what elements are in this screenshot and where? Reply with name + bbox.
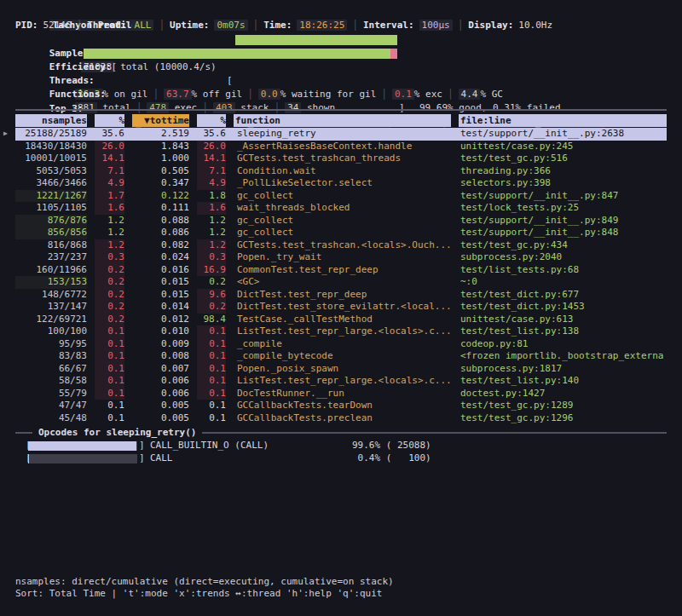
cell-nsamples: 148/6772 [15,289,87,302]
cell-tottime: 2.519 [132,128,189,141]
table-row[interactable]: 876/8761.20.0881.2gc_collecttest/support… [15,215,667,227]
table-row[interactable]: 1105/11051.60.1111.6wait_threads_blocked… [15,202,667,215]
table-header: nsamples % ▼tottime % function file:line [15,114,667,127]
table-row[interactable]: 18430/1843026.01.84326.0_AssertRaisesBas… [15,141,667,153]
table-row[interactable]: 237/2370.30.0240.3Popen._try_waitsubproc… [15,251,667,264]
opcode-row: []CALL 0.4% ( 100) [15,452,667,465]
column-header-nsamples[interactable]: nsamples [15,114,87,127]
cell-nsamples: 55/79 [15,388,87,400]
cell-gap [124,350,132,363]
cell-gap [226,301,234,314]
cell-gap [87,400,95,412]
table-row[interactable]: 816/8681.20.0821.2GCTests.test_trashcan.… [15,239,667,252]
cell-nsamples: 100/100 [15,325,87,338]
cell-pct-cumulative: 4.9 [197,177,226,190]
cell-gap [189,363,197,376]
cell-pct-direct: 0.1 [95,412,124,425]
functions-segment-suffix: stack [235,102,269,113]
efficiency-summary: 99.69% good, 0.31% failed [419,101,561,115]
table-row[interactable]: 122/697210.20.01298.4TestCase._callTestM… [15,314,667,326]
cell-function-name: ListTest.test_repr_large.<locals>.c... [234,375,451,388]
cell-gap [189,338,197,351]
cell-pct-direct: 14.1 [95,153,124,165]
table-row[interactable]: 95/950.10.0090.1_compilecodeop.py:81 [15,338,667,351]
status-value-uptime: 0m07s [214,20,247,31]
cell-gap [451,338,459,351]
cell-gap [124,301,132,314]
cell-gap [226,202,234,215]
cell-gap [189,190,197,203]
cell-file-line: unittest/case.py:245 [459,141,667,153]
table-row[interactable]: 3466/34664.90.3474.9_PollLikeSelector.se… [15,177,667,190]
cell-pct-cumulative: 1.8 [197,190,226,203]
cell-gap [124,400,132,412]
cell-gap [87,412,95,425]
cell-function-name: _AssertRaisesBaseContext.handle [234,141,451,153]
cell-nsamples: 45/48 [15,412,87,425]
cell-nsamples: 95/95 [15,338,87,351]
cell-gap [451,177,459,190]
column-header-file-line[interactable]: file:line [459,114,667,127]
cell-pct-cumulative: 1.2 [197,239,226,252]
cell-tottime: 0.007 [132,363,189,376]
cell-function-name: GCTests.test_trashcan_threads [234,153,451,165]
separator: │ [72,20,88,31]
table-row[interactable]: 153/1530.20.0150.2<GC>~:0 [15,276,667,289]
cell-function-name: _compile_bytecode [234,350,451,363]
table-row[interactable]: 58/580.10.0060.1ListTest.test_repr_large… [15,375,667,388]
table-row[interactable]: 5053/50537.10.5057.1Condition.waitthread… [15,165,667,178]
table-row[interactable]: 47/470.10.0050.1GCCallbackTests.tearDown… [15,400,667,412]
opcode-bar-fill [28,441,136,451]
table-row[interactable]: 137/1470.20.0140.2DictTest.test_store_ev… [15,301,667,314]
cell-pct-direct: 0.1 [95,338,124,351]
cell-pct-direct: 35.6 [95,128,124,141]
table-row[interactable]: 45/480.10.0050.1GCCallbackTests.preclean… [15,412,667,425]
opcode-pct-count: 0.4% ( 100) [352,452,431,465]
cell-gap [226,338,234,351]
cell-function-name: gc_collect [234,215,451,227]
table-row[interactable]: 856/8561.20.0861.2gc_collecttest/support… [15,227,667,239]
cell-nsamples: 18430/18430 [15,141,87,153]
cell-pct-direct: 0.1 [95,325,124,338]
separator: │ [248,20,264,31]
cell-gap [226,177,234,190]
threads-line: Threads: 36.3% on gil│63.7% off gil│0.0%… [15,60,667,74]
cell-nsamples: 153/153 [15,276,87,289]
table-row[interactable]: 10001/1001514.11.00014.1GCTests.test_tra… [15,153,667,165]
cell-gap [87,325,95,338]
header-area: Tachyon Profiler PID:52146│Thread:ALL│Up… [15,5,667,102]
column-header-pct-direct[interactable]: % [95,114,124,127]
cell-file-line: selectors.py:398 [459,177,667,190]
cell-function-name: ListTest.test_repr_large.<locals>.c... [234,325,451,338]
table-row[interactable]: 83/830.10.0080.1_compile_bytecode<frozen… [15,350,667,363]
table-row[interactable]: 1221/12671.70.1221.8gc_collecttest/suppo… [15,190,667,203]
table-row[interactable]: 55/790.10.0060.1DocTestRunner.__rundocte… [15,388,667,400]
cell-gap [226,325,234,338]
cell-gap [451,301,459,314]
cell-gap [124,202,132,215]
table-row[interactable]: 100/1000.10.0100.1ListTest.test_repr_lar… [15,325,667,338]
status-bar: PID:52146│Thread:ALL│Uptime:0m07s│Time:1… [15,19,667,32]
cell-pct-cumulative: 0.1 [197,338,226,351]
cell-file-line: subprocess.py:2040 [459,251,667,264]
status-value-interval: 100µs [419,20,453,31]
cell-gap [451,190,459,203]
column-header-tottime-sorted[interactable]: ▼tottime [132,114,189,127]
column-header-pct-cumulative[interactable]: % [197,114,226,127]
cell-pct-cumulative: 1.2 [197,215,226,227]
table-top-separator [15,109,667,111]
cell-function-name: sleeping_retry [234,128,451,141]
cell-tottime: 0.088 [132,215,189,227]
separator: │ [347,20,363,31]
table-row[interactable]: 148/67720.20.0159.6DictTest.test_repr_de… [15,289,667,302]
cell-gap [189,264,197,277]
cell-file-line: unittest/case.py:613 [459,314,667,326]
column-header-function[interactable]: function [234,114,451,127]
table-row[interactable]: 66/670.10.0070.1Popen._posix_spawnsubpro… [15,363,667,376]
table-row[interactable]: 160/119660.20.01616.9CommonTest.test_rep… [15,264,667,277]
cell-gap [124,215,132,227]
opcodes-section-divider: Opcodes for sleeping_retry() [15,427,667,439]
cell-tottime: 0.008 [132,350,189,363]
cell-gap [87,227,95,239]
table-row[interactable]: ▶25188/2518935.62.51935.6sleeping_retryt… [15,128,667,141]
